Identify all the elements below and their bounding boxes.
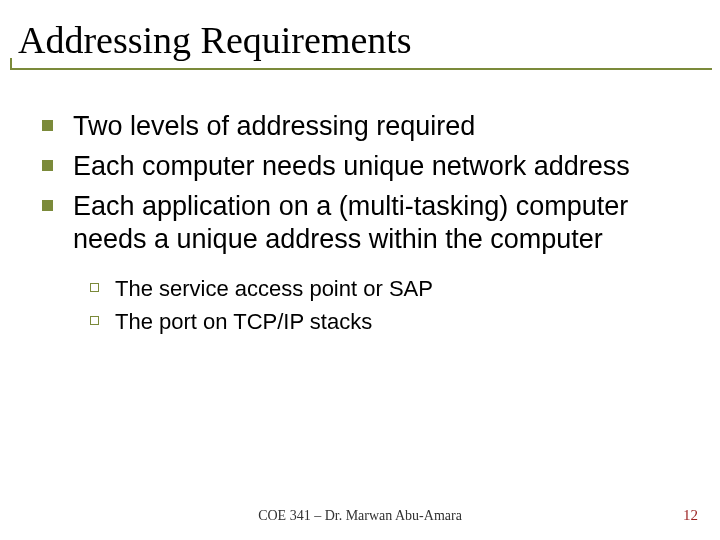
- hollow-square-bullet-icon: [90, 283, 99, 292]
- square-bullet-icon: [42, 120, 53, 131]
- bullet-level1: Each computer needs unique network addre…: [42, 150, 690, 184]
- title-underline-notch: [10, 58, 12, 68]
- bullet-text: Each computer needs unique network addre…: [73, 150, 630, 184]
- slide-number: 12: [683, 507, 698, 524]
- slide-body: Two levels of addressing required Each c…: [42, 110, 690, 340]
- sub-bullet-group: The service access point or SAP The port…: [90, 275, 690, 336]
- bullet-level2: The port on TCP/IP stacks: [90, 308, 690, 337]
- bullet-text: Each application on a (multi-tasking) co…: [73, 190, 690, 258]
- square-bullet-icon: [42, 160, 53, 171]
- sub-bullet-text: The port on TCP/IP stacks: [115, 308, 372, 337]
- footer-course-author: COE 341 – Dr. Marwan Abu-Amara: [0, 508, 720, 524]
- bullet-text: Two levels of addressing required: [73, 110, 475, 144]
- slide: Addressing Requirements Two levels of ad…: [0, 0, 720, 540]
- square-bullet-icon: [42, 200, 53, 211]
- bullet-level2: The service access point or SAP: [90, 275, 690, 304]
- title-underline: [10, 68, 712, 78]
- bullet-level1: Two levels of addressing required: [42, 110, 690, 144]
- sub-bullet-text: The service access point or SAP: [115, 275, 433, 304]
- bullet-level1: Each application on a (multi-tasking) co…: [42, 190, 690, 258]
- slide-title: Addressing Requirements: [18, 18, 412, 62]
- title-underline-line: [10, 68, 712, 70]
- hollow-square-bullet-icon: [90, 316, 99, 325]
